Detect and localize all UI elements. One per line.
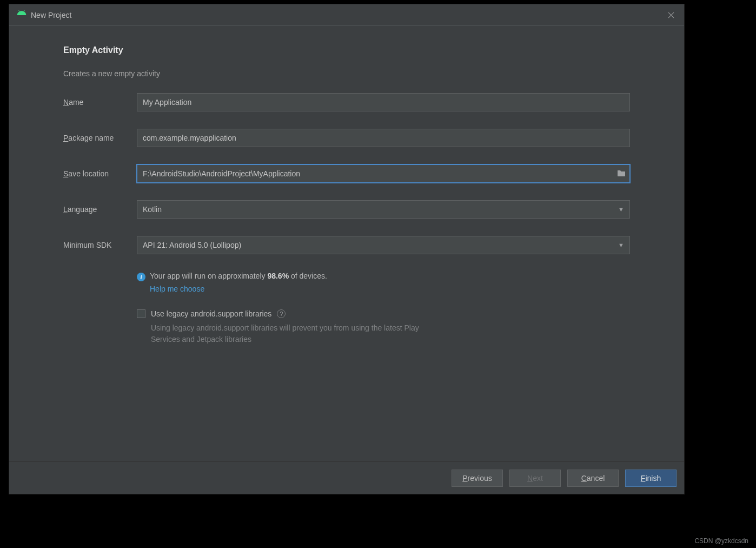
legacy-libraries-row: Use legacy android.support libraries ? bbox=[137, 309, 630, 318]
language-select[interactable]: Kotlin ▼ bbox=[137, 200, 630, 219]
previous-button[interactable]: Previous bbox=[452, 470, 503, 487]
cancel-button[interactable]: Cancel bbox=[567, 470, 619, 487]
name-label: Name bbox=[63, 98, 132, 107]
dialog-footer: Previous Next Cancel Finish bbox=[9, 461, 684, 494]
close-button[interactable] bbox=[666, 10, 677, 21]
chevron-down-icon: ▼ bbox=[618, 242, 624, 248]
package-label: Package name bbox=[63, 134, 132, 142]
close-icon bbox=[668, 12, 674, 18]
android-icon bbox=[17, 10, 26, 20]
name-row: Name bbox=[63, 93, 630, 111]
package-input[interactable] bbox=[137, 129, 630, 147]
finish-button[interactable]: Finish bbox=[625, 470, 677, 487]
device-coverage-text: Your app will run on approximately 98.6%… bbox=[150, 272, 327, 280]
legacy-libraries-checkbox[interactable] bbox=[137, 309, 145, 318]
help-me-choose-link[interactable]: Help me choose bbox=[150, 285, 204, 293]
save-location-row: Save location bbox=[63, 164, 630, 183]
chevron-down-icon: ▼ bbox=[618, 206, 624, 213]
legacy-libraries-label: Use legacy android.support libraries bbox=[151, 309, 271, 318]
watermark-text: CSDN @yzkdcsdn bbox=[694, 537, 748, 545]
name-input[interactable] bbox=[137, 93, 630, 111]
info-row-wrapper: i Your app will run on approximately 98.… bbox=[63, 272, 630, 345]
min-sdk-row: Minimum SDK API 21: Android 5.0 (Lollipo… bbox=[63, 236, 630, 254]
language-value: Kotlin bbox=[143, 205, 162, 214]
min-sdk-select[interactable]: API 21: Android 5.0 (Lollipop) ▼ bbox=[137, 236, 630, 254]
title-text: New Project bbox=[31, 11, 71, 19]
info-icon: i bbox=[137, 273, 145, 281]
min-sdk-label: Minimum SDK bbox=[63, 241, 132, 249]
save-location-input[interactable] bbox=[137, 164, 630, 183]
page-heading: Empty Activity bbox=[63, 45, 630, 55]
save-location-label: Save location bbox=[63, 169, 132, 178]
titlebar-title: New Project bbox=[17, 10, 666, 20]
help-icon[interactable]: ? bbox=[277, 309, 286, 318]
min-sdk-value: API 21: Android 5.0 (Lollipop) bbox=[143, 241, 241, 249]
new-project-dialog: New Project Empty Activity Creates a new… bbox=[9, 4, 685, 494]
legacy-libraries-hint: Using legacy android.support libraries w… bbox=[151, 322, 421, 345]
package-row: Package name bbox=[63, 129, 630, 147]
folder-browse-icon[interactable] bbox=[617, 169, 626, 178]
language-label: Language bbox=[63, 205, 132, 214]
device-coverage-info: i Your app will run on approximately 98.… bbox=[137, 272, 630, 281]
page-subheading: Creates a new empty activity bbox=[63, 69, 630, 78]
language-row: Language Kotlin ▼ bbox=[63, 200, 630, 219]
titlebar: New Project bbox=[9, 4, 684, 26]
content-area: Empty Activity Creates a new empty activ… bbox=[9, 26, 684, 461]
next-button: Next bbox=[509, 470, 561, 487]
